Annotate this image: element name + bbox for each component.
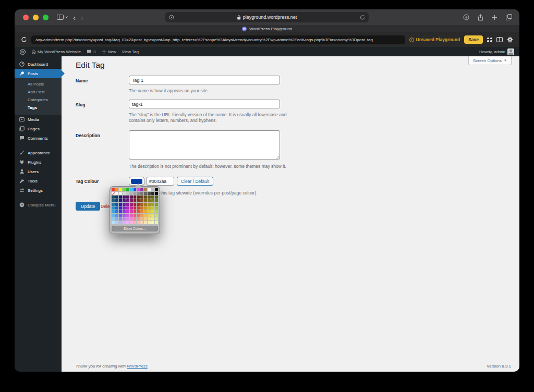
palette-swatch[interactable]: [123, 217, 126, 220]
sidebar-item-settings[interactable]: Settings: [15, 186, 62, 195]
sites-grid-icon[interactable]: [487, 38, 492, 42]
palette-swatch[interactable]: [140, 206, 143, 210]
update-button[interactable]: Update: [76, 202, 100, 211]
palette-swatch[interactable]: [115, 188, 118, 191]
palette-swatch[interactable]: [112, 210, 115, 213]
palette-swatch[interactable]: [134, 210, 137, 213]
sidebar-item-dashboard[interactable]: Dashboard: [15, 59, 62, 69]
show-colors-button[interactable]: Show Colors…: [112, 226, 158, 231]
palette-swatch[interactable]: [134, 188, 137, 191]
slug-input[interactable]: [129, 100, 280, 108]
palette-swatch[interactable]: [137, 210, 140, 213]
palette-swatch[interactable]: [148, 217, 151, 220]
downloads-icon[interactable]: [463, 14, 469, 20]
palette-swatch[interactable]: [130, 210, 133, 213]
palette-swatch[interactable]: [115, 192, 118, 195]
palette-swatch[interactable]: [134, 203, 137, 206]
palette-swatch[interactable]: [112, 217, 115, 220]
palette-swatch[interactable]: [134, 195, 137, 199]
palette-swatch[interactable]: [155, 206, 158, 210]
palette-swatch[interactable]: [148, 214, 151, 217]
palette-swatch[interactable]: [137, 217, 140, 220]
palette-swatch[interactable]: [155, 192, 158, 195]
palette-swatch[interactable]: [148, 199, 151, 202]
palette-swatch[interactable]: [134, 221, 137, 224]
palette-swatch[interactable]: [144, 206, 147, 210]
close-window-button[interactable]: [23, 15, 29, 20]
palette-swatch[interactable]: [140, 199, 143, 202]
palette-swatch[interactable]: [155, 210, 158, 213]
palette-swatch[interactable]: [140, 188, 143, 191]
settings-gear-icon[interactable]: [507, 36, 513, 43]
palette-swatch[interactable]: [126, 203, 129, 206]
minimize-window-button[interactable]: [33, 15, 39, 20]
palette-swatch[interactable]: [119, 192, 122, 195]
palette-swatch[interactable]: [123, 203, 126, 206]
reload-page-icon[interactable]: [360, 15, 365, 20]
zoom-window-button[interactable]: [43, 15, 48, 20]
palette-swatch[interactable]: [155, 203, 158, 206]
palette-swatch[interactable]: [115, 203, 118, 206]
share-icon[interactable]: [478, 14, 483, 21]
palette-swatch[interactable]: [137, 214, 140, 217]
playground-reload-icon[interactable]: [21, 36, 27, 43]
palette-swatch[interactable]: [144, 195, 147, 199]
palette-swatch[interactable]: [115, 217, 118, 220]
palette-swatch[interactable]: [119, 221, 122, 224]
palette-swatch[interactable]: [134, 217, 137, 220]
palette-swatch[interactable]: [119, 217, 122, 220]
colour-hex-input[interactable]: [147, 177, 174, 186]
palette-swatch[interactable]: [130, 214, 133, 217]
palette-swatch[interactable]: [148, 206, 151, 210]
palette-swatch[interactable]: [151, 206, 154, 210]
palette-swatch[interactable]: [151, 188, 154, 191]
palette-swatch[interactable]: [130, 217, 133, 220]
palette-swatch[interactable]: [137, 221, 140, 224]
palette-swatch[interactable]: [140, 217, 143, 220]
wp-logo-icon[interactable]: W: [20, 49, 26, 55]
layout-columns-icon[interactable]: [496, 37, 503, 42]
palette-swatch[interactable]: [112, 199, 115, 202]
sidebar-item-plugins[interactable]: Plugins: [15, 157, 62, 167]
palette-swatch[interactable]: [140, 210, 143, 213]
palette-swatch[interactable]: [140, 195, 143, 199]
palette-swatch[interactable]: [148, 188, 151, 191]
address-bar[interactable]: playground.wordpress.net: [165, 12, 369, 22]
palette-swatch[interactable]: [134, 199, 137, 202]
palette-swatch[interactable]: [119, 199, 122, 202]
palette-swatch[interactable]: [155, 195, 158, 199]
back-button[interactable]: ‹: [73, 13, 76, 22]
comments-menu[interactable]: 0: [87, 50, 95, 54]
palette-swatch[interactable]: [119, 203, 122, 206]
palette-swatch[interactable]: [126, 206, 129, 210]
palette-swatch[interactable]: [123, 188, 126, 191]
palette-swatch[interactable]: [155, 217, 158, 220]
palette-swatch[interactable]: [137, 192, 140, 195]
user-avatar[interactable]: [507, 48, 514, 55]
palette-swatch[interactable]: [115, 221, 118, 224]
palette-swatch[interactable]: [151, 203, 154, 206]
palette-swatch[interactable]: [119, 206, 122, 210]
palette-swatch[interactable]: [112, 221, 115, 224]
palette-swatch[interactable]: [130, 221, 133, 224]
palette-swatch[interactable]: [148, 221, 151, 224]
description-textarea[interactable]: [129, 130, 280, 160]
palette-swatch[interactable]: [144, 210, 147, 213]
palette-swatch[interactable]: [151, 192, 154, 195]
palette-swatch[interactable]: [126, 217, 129, 220]
palette-swatch[interactable]: [130, 206, 133, 210]
palette-swatch[interactable]: [115, 199, 118, 202]
palette-swatch[interactable]: [123, 206, 126, 210]
sidebar-item-tools[interactable]: Tools: [15, 176, 62, 186]
palette-swatch[interactable]: [151, 199, 154, 202]
sidebar-item-media[interactable]: Media: [15, 115, 62, 124]
palette-swatch[interactable]: [130, 192, 133, 195]
palette-swatch[interactable]: [130, 195, 133, 199]
sidebar-item-tags[interactable]: Tags: [15, 104, 62, 112]
palette-swatch[interactable]: [123, 192, 126, 195]
palette-swatch[interactable]: [144, 214, 147, 217]
palette-swatch[interactable]: [137, 188, 140, 191]
palette-swatch[interactable]: [119, 188, 122, 191]
playground-url-field[interactable]: /wp-admin/term.php?taxonomy=post_tag&tag…: [31, 35, 405, 44]
wordpress-link[interactable]: WordPress: [127, 364, 148, 369]
